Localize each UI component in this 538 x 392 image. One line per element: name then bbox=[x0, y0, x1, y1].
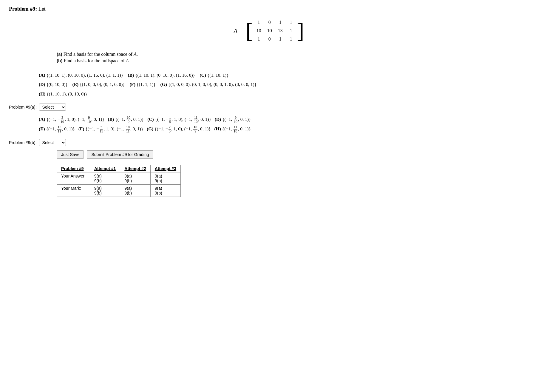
parts-section: (a) Find a basis for the column space of… bbox=[57, 52, 529, 64]
answer-line-b2: (E) {(−1, 1011, 0, 1)} (F) {(−1, −311, 1… bbox=[39, 124, 529, 133]
attempt3-answer: 9(a)9(b) bbox=[150, 172, 180, 184]
m11: 10 bbox=[267, 28, 272, 33]
m13: 1 bbox=[290, 28, 292, 33]
table-header-attempt3: Attempt #3 bbox=[150, 165, 180, 172]
answer-line-a2: (D) {(0, 10, 0)} (E) {(1, 0, 0, 0), (0, … bbox=[39, 80, 529, 89]
problem-subtext: Let bbox=[38, 6, 46, 12]
problem-9b-label: Problem #9(b): bbox=[9, 140, 37, 145]
m02: 1 bbox=[279, 20, 282, 25]
answer-line-b1: (A) {(−1, −310, 1, 0), (−1, 910, 0, 1)} … bbox=[39, 115, 529, 124]
attempt1-mark: 9(a)9(b) bbox=[90, 184, 120, 197]
m21: 0 bbox=[268, 36, 271, 42]
m03: 1 bbox=[290, 20, 292, 25]
table-header-attempt2: Attempt #2 bbox=[120, 165, 150, 172]
answer-line-a3: (H) {(1, 10, 1), (0, 10, 0)} bbox=[39, 89, 529, 98]
part-b-question: (b) Find a basis for the nullspace of A. bbox=[57, 58, 529, 64]
attempt2-answer: 9(a)9(b) bbox=[120, 172, 150, 184]
m22: 1 bbox=[279, 36, 282, 42]
table-header-problem: Problem #9 bbox=[57, 165, 90, 172]
matrix-bracket: [ 1 0 1 1 10 10 13 1 1 0 1 1 ] bbox=[246, 17, 304, 44]
right-bracket: ] bbox=[297, 17, 304, 44]
m10: 10 bbox=[256, 28, 261, 33]
part-a-question: (a) Find a basis for the column space of… bbox=[57, 52, 529, 57]
submit-button[interactable]: Submit Problem #9 for Grading bbox=[87, 150, 153, 159]
your-mark-label: Your Mark: bbox=[57, 184, 90, 197]
m20: 1 bbox=[258, 36, 260, 42]
matrix-grid: 1 0 1 1 10 10 13 1 1 0 1 1 bbox=[253, 17, 297, 44]
answer-line-a1: (A) {(1, 10, 1), (0, 10, 0), (1, 16, 0),… bbox=[39, 71, 529, 79]
problem-title: Problem #9: Let bbox=[9, 6, 529, 12]
m23: 1 bbox=[290, 36, 292, 42]
problem-9b-select[interactable]: Select A B C D E F G H bbox=[39, 139, 66, 146]
part-b-choices: (A) {(−1, −310, 1, 0), (−1, 910, 0, 1)} … bbox=[39, 115, 529, 133]
just-save-button[interactable]: Just Save bbox=[57, 150, 84, 159]
problem-9a-label: Problem #9(a): bbox=[9, 105, 37, 109]
your-answer-label: Your Answer: bbox=[57, 172, 90, 184]
matrix-equation: A = [ 1 0 1 1 10 10 13 1 1 0 1 1 ] bbox=[234, 17, 304, 44]
m12: 13 bbox=[278, 28, 283, 33]
matrix-section: A = [ 1 0 1 1 10 10 13 1 1 0 1 1 ] bbox=[9, 17, 529, 44]
matrix-label: A = bbox=[234, 28, 242, 34]
left-bracket: [ bbox=[246, 17, 253, 44]
table-row-answer: Your Answer: 9(a)9(b) 9(a)9(b) 9(a)9(b) bbox=[57, 172, 181, 184]
problem-9a-select[interactable]: Select A B C D E F G H bbox=[39, 104, 66, 111]
m00: 1 bbox=[258, 20, 260, 25]
part-a-choices: (A) {(1, 10, 1), (0, 10, 0), (1, 16, 0),… bbox=[39, 71, 529, 98]
table-row-mark: Your Mark: 9(a)9(b) 9(a)9(b) 9(a)9(b) bbox=[57, 184, 181, 197]
table-header-attempt1: Attempt #1 bbox=[90, 165, 120, 172]
attempt2-mark: 9(a)9(b) bbox=[120, 184, 150, 197]
problem-9a-row: Problem #9(a): Select A B C D E F G H bbox=[9, 104, 529, 111]
attempt3-mark: 9(a)9(b) bbox=[150, 184, 180, 197]
m01: 0 bbox=[268, 20, 271, 25]
attempts-table: Problem #9 Attempt #1 Attempt #2 Attempt… bbox=[57, 165, 181, 197]
attempt1-answer: 9(a)9(b) bbox=[90, 172, 120, 184]
problem-9b-row: Problem #9(b): Select A B C D E F G H bbox=[9, 139, 529, 146]
problem-number: Problem #9: bbox=[9, 6, 37, 12]
buttons-row: Just Save Submit Problem #9 for Grading bbox=[57, 150, 529, 159]
